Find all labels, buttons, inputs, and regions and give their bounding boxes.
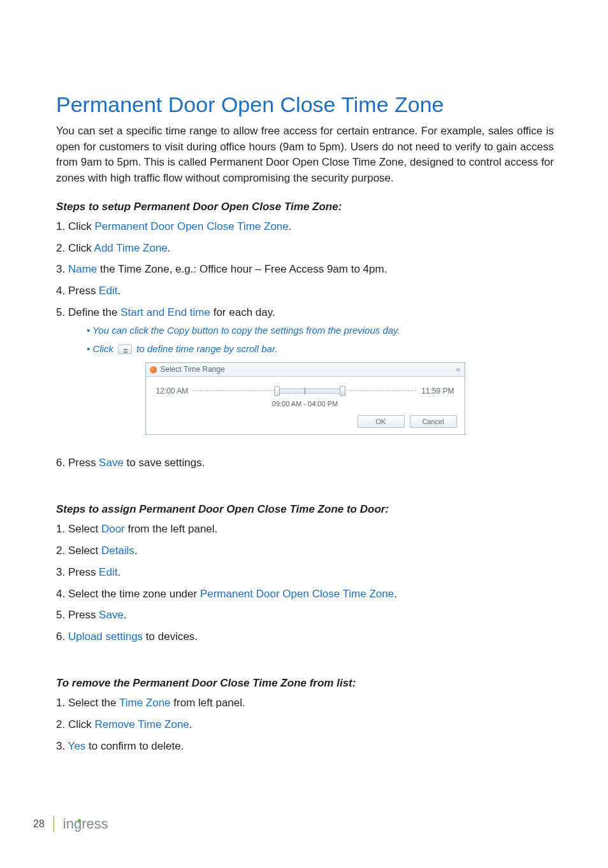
- s3-step1: Select the Time Zone from left panel.: [56, 696, 554, 711]
- s1-sub-bullets: You can click the Copy button to copy th…: [87, 324, 554, 355]
- s3-step2: Click Remove Time Zone.: [56, 718, 554, 732]
- ok-button[interactable]: OK: [358, 415, 405, 428]
- kw-remove-tz: Remove Time Zone: [94, 718, 189, 730]
- kw-save2: Save: [99, 609, 124, 621]
- kw-yes: Yes: [68, 740, 86, 752]
- select-time-range-dialog: Select Time Range × 12:00 AM 11:59 PM 09…: [145, 362, 465, 435]
- kw-edit2: Edit: [99, 566, 117, 578]
- document-page: Permanent Door Open Close Time Zone You …: [0, 0, 608, 868]
- s2-step2: Select Details.: [56, 544, 554, 559]
- time-slider-row: 12:00 AM 11:59 PM: [156, 385, 454, 397]
- slider-handle-start[interactable]: [274, 386, 280, 396]
- s2-step3: Press Edit.: [56, 566, 554, 580]
- slider-left-label: 12:00 AM: [156, 387, 189, 395]
- kw-save: Save: [99, 457, 124, 469]
- s1-step5: Define the Start and End time for each d…: [56, 306, 554, 355]
- s2-step6: Upload settings to devices.: [56, 630, 554, 644]
- cancel-button[interactable]: Cancel: [410, 415, 457, 428]
- dialog-button-row: OK Cancel: [146, 413, 465, 434]
- s2-step5: Press Save.: [56, 608, 554, 623]
- section1-heading: Steps to setup Permanent Door Open Close…: [56, 201, 554, 213]
- dialog-title: Select Time Range: [161, 365, 225, 374]
- section1-steps-cont: Press Save to save settings.: [56, 456, 554, 471]
- slider-right-label: 11:59 PM: [421, 387, 454, 395]
- brand-dot-icon: [78, 819, 81, 822]
- slider-center-tick: [305, 388, 305, 394]
- s1-bullet2: Click to define time range by scroll bar…: [87, 343, 554, 355]
- s1-step4: Press Edit.: [56, 284, 554, 299]
- s1-bullet1: You can click the Copy button to copy th…: [87, 324, 554, 337]
- time-readout: 09:00 AM - 04:00 PM: [156, 400, 454, 408]
- kw-door: Door: [101, 523, 125, 535]
- close-icon[interactable]: ×: [456, 365, 461, 374]
- s2-step4: Select the time zone under Permanent Doo…: [56, 587, 554, 602]
- kw-add-tz: Add Time Zone: [94, 242, 168, 254]
- section2-heading: Steps to assign Permanent Door Open Clos…: [56, 503, 554, 516]
- kw-permanent-tz: Permanent Door Open Close Time Zone: [94, 220, 288, 232]
- section3-steps: Select the Time Zone from left panel. Cl…: [56, 696, 554, 754]
- kw-permanent-tz2: Permanent Door Open Close Time Zone: [200, 588, 394, 600]
- s1-step1: Click Permanent Door Open Close Time Zon…: [56, 220, 554, 234]
- s3-step3: Yes to confirm to delete.: [56, 739, 554, 754]
- dialog-body: 12:00 AM 11:59 PM 09:00 AM - 04:00 PM: [146, 377, 465, 413]
- section1-steps: Click Permanent Door Open Close Time Zon…: [56, 220, 554, 355]
- kw-details: Details: [101, 544, 134, 557]
- s1-step6: Press Save to save settings.: [56, 456, 554, 471]
- kw-start-end: Start and End time: [120, 306, 210, 318]
- s1-step2: Click Add Time Zone.: [56, 241, 554, 256]
- dialog-titlebar: Select Time Range ×: [146, 363, 465, 377]
- page-title: Permanent Door Open Close Time Zone: [56, 92, 554, 117]
- time-range-slider[interactable]: [193, 385, 416, 397]
- kw-name: Name: [68, 263, 97, 275]
- intro-paragraph: You can set a specific time range to all…: [56, 124, 554, 187]
- s2-step1: Select Door from the left panel.: [56, 522, 554, 537]
- kw-upload: Upload settings: [68, 630, 143, 643]
- dialog-figure: Select Time Range × 12:00 AM 11:59 PM 09…: [56, 362, 554, 435]
- slider-handle-end[interactable]: [340, 386, 345, 396]
- kw-edit: Edit: [99, 285, 117, 297]
- kw-timezone: Time Zone: [119, 697, 171, 709]
- page-number: 28: [33, 818, 45, 830]
- s1-step3: Name the Time Zone, e.g.: Office hour – …: [56, 262, 554, 277]
- slider-fill: [277, 388, 342, 394]
- page-footer: 28 ingress: [33, 816, 108, 832]
- brand-g: g: [74, 816, 82, 832]
- section2-steps: Select Door from the left panel. Select …: [56, 522, 554, 645]
- scrollbar-icon: [118, 345, 132, 354]
- footer-divider: [54, 816, 54, 832]
- section3-heading: To remove the Permanent Door Close Time …: [56, 677, 554, 690]
- brand-logo: ingress: [63, 816, 108, 832]
- app-orb-icon: [150, 366, 157, 373]
